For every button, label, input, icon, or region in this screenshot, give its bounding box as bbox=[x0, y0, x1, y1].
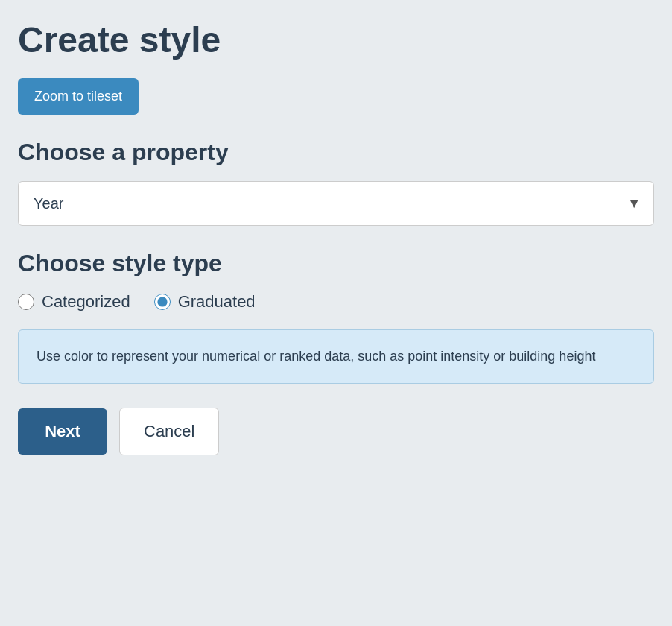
property-select-wrapper: Year Month Day Category Value ▼ bbox=[18, 181, 654, 226]
info-box: Use color to represent your numerical or… bbox=[18, 329, 654, 384]
style-type-options: Categorized Graduated bbox=[18, 292, 654, 312]
graduated-option[interactable]: Graduated bbox=[154, 292, 256, 312]
categorized-option[interactable]: Categorized bbox=[18, 292, 130, 312]
graduated-radio[interactable] bbox=[154, 294, 171, 310]
next-button[interactable]: Next bbox=[18, 408, 107, 455]
cancel-button[interactable]: Cancel bbox=[119, 408, 219, 455]
graduated-label: Graduated bbox=[178, 292, 256, 312]
choose-property-heading: Choose a property bbox=[18, 139, 654, 166]
choose-style-type-heading: Choose style type bbox=[18, 250, 654, 277]
page-title: Create style bbox=[18, 21, 654, 60]
zoom-to-tileset-button[interactable]: Zoom to tileset bbox=[18, 78, 139, 115]
categorized-radio[interactable] bbox=[18, 294, 34, 310]
info-box-text: Use color to represent your numerical or… bbox=[37, 347, 635, 367]
property-select[interactable]: Year Month Day Category Value bbox=[18, 181, 654, 226]
categorized-label: Categorized bbox=[42, 292, 130, 312]
button-row: Next Cancel bbox=[18, 408, 654, 455]
